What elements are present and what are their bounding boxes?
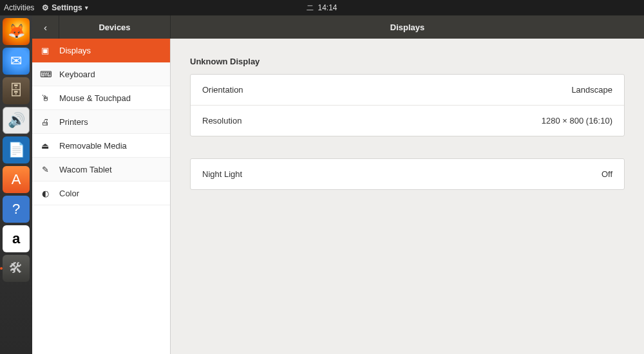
usb-icon: ⏏ [40,141,50,151]
settings-window: ‹ Devices Displays ▣ Displays ⌨ Keyboard… [32,15,644,354]
keyboard-icon: ⌨ [40,70,50,79]
sidebar-item-label: Displays [59,46,91,55]
night-light-row[interactable]: Night Light Off [191,159,624,189]
dock-icon-help[interactable]: ? [3,196,30,223]
row-label: Night Light [202,169,242,179]
chevron-left-icon: ‹ [44,22,47,33]
dock-icon-libreoffice-writer[interactable]: 📄 [3,136,30,163]
display-settings-list: Orientation Landscape Resolution 1280 × … [190,74,625,136]
row-label: Orientation [202,85,243,95]
sidebar-item-label: Printers [59,117,88,127]
dock-icon-files[interactable]: 🗄 [3,77,30,104]
sidebar-item-label: Wacom Tablet [59,165,112,174]
app-menu[interactable]: ⚙ Settings ▾ [42,3,88,12]
document-icon: 📄 [8,142,25,158]
dock-icon-firefox[interactable]: 🦊 [3,18,30,45]
display-name-label: Unknown Display [190,57,625,66]
gnome-top-bar: Activities ⚙ Settings ▾ 二 14:14 [0,0,644,15]
night-light-list: Night Light Off [190,158,625,190]
clock-time: 14:14 [317,3,337,12]
sidebar-item-removable-media[interactable]: ⏏ Removable Media [32,134,170,158]
color-icon: ◐ [40,189,50,198]
tablet-icon: ✎ [40,165,50,174]
sidebar-item-label: Keyboard [59,70,95,79]
sidebar-item-printers[interactable]: 🖨 Printers [32,110,170,134]
back-button[interactable]: ‹ [32,15,59,39]
orientation-row[interactable]: Orientation Landscape [191,75,624,105]
sidebar-item-wacom-tablet[interactable]: ✎ Wacom Tablet [32,158,170,182]
resolution-row[interactable]: Resolution 1280 × 800 (16:10) [191,105,624,136]
day-glyph: 二 [307,3,314,13]
chevron-down-icon: ▾ [85,5,88,11]
dock-icon-amazon[interactable]: a [3,225,30,252]
sidebar-item-label: Color [59,189,79,198]
clock[interactable]: 二 14:14 [307,3,337,13]
row-value: Off [601,169,612,179]
files-icon: 🗄 [9,82,23,99]
thunderbird-icon: ✉ [10,53,22,70]
dock-icon-thunderbird[interactable]: ✉ [3,48,30,75]
app-menu-label: Settings [52,3,82,12]
sidebar-item-keyboard[interactable]: ⌨ Keyboard [32,62,170,86]
sidebar-item-mouse-touchpad[interactable]: 🖱 Mouse & Touchpad [32,86,170,110]
dock-icon-ubuntu-software[interactable]: A [3,166,30,193]
sidebar-item-label: Mouse & Touchpad [59,93,131,103]
printer-icon: 🖨 [40,117,50,127]
sidebar-title: Devices [59,23,170,32]
window-body: ▣ Displays ⌨ Keyboard 🖱 Mouse & Touchpad… [32,39,644,354]
dock-icon-rhythmbox[interactable]: 🔊 [3,107,30,134]
settings-sidebar: ▣ Displays ⌨ Keyboard 🖱 Mouse & Touchpad… [32,39,171,354]
amazon-icon: a [12,230,20,247]
row-value: Landscape [571,85,612,95]
activities-button[interactable]: Activities [4,3,34,12]
row-label: Resolution [202,116,242,126]
mouse-icon: 🖱 [40,93,50,103]
header-sidebar-section: ‹ Devices [32,15,171,39]
firefox-icon: 🦊 [8,23,25,40]
header-bar: ‹ Devices Displays [32,15,644,39]
display-icon: ▣ [40,46,50,55]
wrench-icon: 🛠 [9,260,23,277]
page-title: Displays [171,15,644,39]
settings-icon: ⚙ [42,3,49,12]
sidebar-item-label: Removable Media [59,141,127,151]
ubuntu-dock: 🦊 ✉ 🗄 🔊 📄 A ? a 🛠 [0,15,32,354]
row-value: 1280 × 800 (16:10) [542,116,612,126]
dock-icon-settings[interactable]: 🛠 [3,255,30,282]
sidebar-item-color[interactable]: ◐ Color [32,182,170,205]
sidebar-item-displays[interactable]: ▣ Displays [32,39,170,62]
speaker-icon: 🔊 [8,112,25,129]
displays-panel: Unknown Display Orientation Landscape Re… [171,39,644,354]
shopping-bag-icon: A [12,171,21,188]
help-icon: ? [12,201,20,218]
